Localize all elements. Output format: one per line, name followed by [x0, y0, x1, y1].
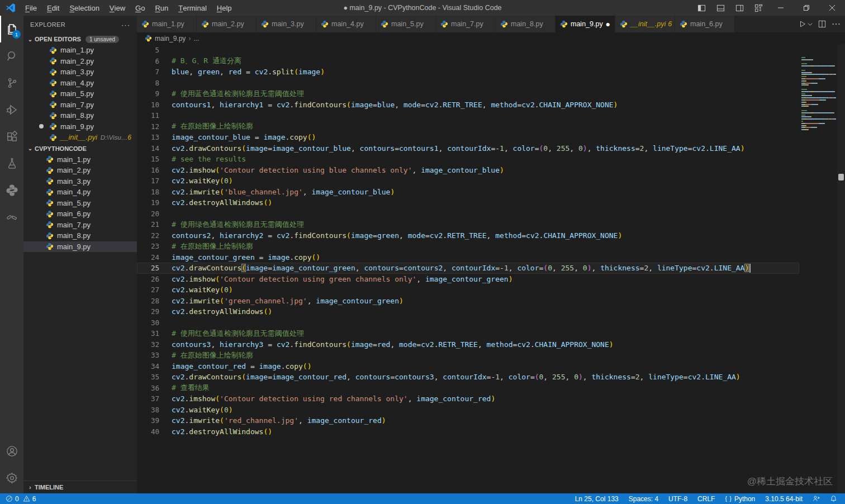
- file-item[interactable]: main_3.py: [23, 176, 137, 187]
- line-number[interactable]: 29: [137, 307, 172, 316]
- breadcrumb-file[interactable]: main_9.py: [155, 35, 186, 42]
- code-line[interactable]: 8: [137, 78, 799, 89]
- line-number[interactable]: 40: [137, 427, 172, 436]
- file-item[interactable]: main_7.py: [23, 220, 137, 231]
- code-line[interactable]: 6# B、G、R 通道分离: [137, 56, 799, 67]
- file-item[interactable]: main_6.py: [23, 208, 137, 220]
- activity-python-icon[interactable]: [0, 177, 23, 203]
- indentation[interactable]: Spaces: 4: [629, 495, 658, 503]
- code-line[interactable]: 13image_contour_blue = image.copy(): [137, 132, 799, 143]
- line-number[interactable]: 23: [137, 242, 172, 250]
- line-number[interactable]: 38: [137, 406, 172, 414]
- line-number[interactable]: 14: [137, 144, 172, 153]
- account-icon[interactable]: [0, 438, 23, 464]
- customize-layout-icon[interactable]: [749, 0, 768, 16]
- code-line[interactable]: 31# 使用红色通道检测轮廓且无需阈值处理: [137, 328, 799, 339]
- code-line[interactable]: 22contours2, hierarchy2 = cv2.findContou…: [137, 230, 799, 241]
- line-number[interactable]: 27: [137, 286, 172, 294]
- code-line[interactable]: 24image_contour_green = image.copy(): [137, 252, 799, 263]
- code-line[interactable]: 29cv2.destroyAllWindows(): [137, 306, 799, 317]
- code-line[interactable]: 12# 在原始图像上绘制轮廓: [137, 121, 799, 132]
- line-number[interactable]: 30: [137, 318, 172, 327]
- file-item[interactable]: main_8.py: [23, 230, 137, 241]
- activity-tools-icon[interactable]: [0, 203, 23, 230]
- code-line[interactable]: 9# 使用蓝色通道检测轮廓且无需阈值处理: [137, 88, 799, 99]
- line-number[interactable]: 24: [137, 253, 172, 261]
- activity-testing-icon[interactable]: [0, 150, 23, 177]
- open-editor-item[interactable]: main_5.py: [23, 88, 137, 99]
- breadcrumb-symbol[interactable]: ...: [193, 35, 199, 42]
- menu-edit[interactable]: Edit: [42, 4, 64, 12]
- toggle-secondary-sidebar-icon[interactable]: [730, 0, 749, 16]
- explorer-more-actions-icon[interactable]: ···: [121, 21, 130, 29]
- activity-search-icon[interactable]: [0, 42, 23, 69]
- cursor-position[interactable]: Ln 25, Col 133: [575, 495, 619, 503]
- python-interpreter[interactable]: 3.10.5 64-bit: [765, 495, 803, 503]
- line-number[interactable]: 35: [137, 373, 172, 381]
- line-number[interactable]: 9: [137, 89, 172, 98]
- activity-explorer-icon[interactable]: 1: [0, 16, 23, 42]
- timeline-header[interactable]: › TIMELINE: [23, 481, 137, 493]
- code-line[interactable]: 30: [137, 317, 799, 329]
- open-editor-item[interactable]: __init__.pyiD:\VisualSt...6: [23, 132, 137, 143]
- line-number[interactable]: 37: [137, 394, 172, 403]
- open-editor-item[interactable]: main_2.py: [23, 56, 137, 67]
- line-number[interactable]: 31: [137, 329, 172, 337]
- code-line[interactable]: 38cv2.waitKey(0): [137, 405, 799, 416]
- breadcrumb[interactable]: main_9.py › ...: [137, 32, 845, 44]
- tab-main_3.py[interactable]: main_3.py: [257, 16, 316, 32]
- tab-main_1.py[interactable]: main_1.py: [137, 16, 197, 32]
- vertical-scrollbar[interactable]: [837, 44, 845, 493]
- line-number[interactable]: 15: [137, 155, 172, 163]
- line-number[interactable]: 11: [137, 111, 172, 120]
- tab-main_4.py[interactable]: main_4.py: [316, 16, 376, 32]
- tab-main_5.py[interactable]: main_5.py: [376, 16, 436, 32]
- split-editor-icon[interactable]: [818, 20, 826, 28]
- menu-file[interactable]: File: [20, 4, 42, 12]
- open-editors-header[interactable]: ⌄ OPEN EDITORS 1 unsaved: [23, 34, 137, 45]
- menu-help[interactable]: Help: [212, 4, 237, 12]
- line-number[interactable]: 16: [137, 166, 172, 174]
- code-line[interactable]: 5: [137, 45, 799, 56]
- line-number[interactable]: 32: [137, 340, 172, 349]
- code-line[interactable]: 35cv2.drawContours(image=image_contour_r…: [137, 372, 799, 383]
- run-python-file-icon[interactable]: [799, 20, 813, 28]
- tab-main_7.py[interactable]: main_7.py: [436, 16, 496, 32]
- line-number[interactable]: 22: [137, 231, 172, 240]
- code-editor[interactable]: 56# B、G、R 通道分离7blue, green, red = cv2.sp…: [137, 44, 845, 493]
- restore-button[interactable]: [794, 0, 819, 16]
- close-window-button[interactable]: [819, 0, 845, 16]
- toggle-panel-icon[interactable]: [711, 0, 730, 16]
- code-line[interactable]: 32contours3, hierarchy3 = cv2.findContou…: [137, 339, 799, 350]
- code-line[interactable]: 17cv2.waitKey(0): [137, 175, 799, 187]
- code-line[interactable]: 33# 在原始图像上绘制轮廓: [137, 350, 799, 361]
- activity-source-control-icon[interactable]: [0, 69, 23, 96]
- open-editor-item[interactable]: main_9.py: [23, 121, 137, 132]
- code-line[interactable]: 36# 查看结果: [137, 383, 799, 394]
- feedback-icon[interactable]: [813, 495, 822, 502]
- line-number[interactable]: 34: [137, 362, 172, 370]
- file-item[interactable]: main_9.py: [23, 241, 137, 253]
- open-editor-item[interactable]: main_7.py: [23, 99, 137, 111]
- eol-sequence[interactable]: CRLF: [697, 495, 715, 503]
- file-item[interactable]: main_4.py: [23, 187, 137, 198]
- line-number[interactable]: 36: [137, 384, 172, 392]
- settings-gear-icon[interactable]: [0, 464, 23, 491]
- line-number[interactable]: 8: [137, 79, 172, 87]
- open-editor-item[interactable]: main_1.py: [23, 45, 137, 56]
- line-number[interactable]: 13: [137, 133, 172, 141]
- menu-view[interactable]: View: [105, 4, 130, 12]
- line-number[interactable]: 20: [137, 210, 172, 218]
- code-line[interactable]: 37cv2.imshow('Contour detection using re…: [137, 393, 799, 405]
- minimize-button[interactable]: [768, 0, 794, 16]
- line-number[interactable]: 18: [137, 188, 172, 196]
- menu-go[interactable]: Go: [130, 4, 150, 12]
- line-number[interactable]: 17: [137, 177, 172, 185]
- open-editor-item[interactable]: main_3.py: [23, 66, 137, 78]
- tab-main_2.py[interactable]: main_2.py: [197, 16, 257, 32]
- code-line[interactable]: 18cv2.imwrite('blue_channel.jpg', image_…: [137, 187, 799, 198]
- code-line[interactable]: 27cv2.waitKey(0): [137, 284, 799, 296]
- file-item[interactable]: main_2.py: [23, 165, 137, 176]
- scrollbar-thumb[interactable]: [838, 174, 844, 180]
- notifications-bell-icon[interactable]: [830, 495, 839, 502]
